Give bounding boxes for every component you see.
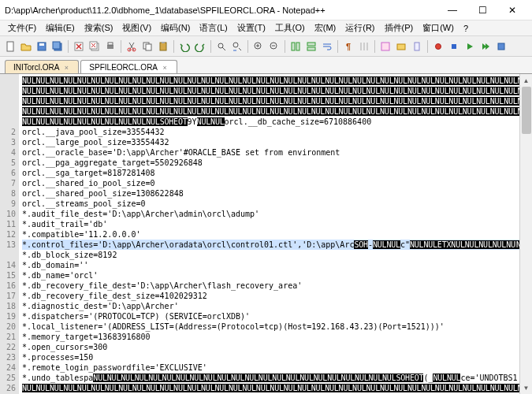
close-all-icon[interactable] (87, 39, 102, 54)
svg-point-17 (233, 43, 238, 47)
tab-close-icon[interactable]: × (161, 64, 169, 72)
svg-point-10 (128, 48, 131, 51)
new-file-icon[interactable] (3, 39, 17, 54)
show-all-chars-icon[interactable]: ¶ (341, 39, 355, 54)
menu-settings[interactable]: 设置(T) (233, 20, 270, 35)
close-button[interactable]: ✕ (497, 2, 527, 19)
redo-icon[interactable] (193, 39, 207, 54)
window-title: D:\app\Archer\product\11.2.0\dbhome_1\da… (5, 6, 437, 15)
sync-v-icon[interactable] (288, 39, 303, 54)
close-file-icon[interactable] (72, 39, 86, 54)
menu-window[interactable]: 窗口(W) (418, 20, 459, 35)
print-icon[interactable] (103, 39, 117, 54)
doc-map-icon[interactable] (410, 39, 424, 54)
tab-bar: INITorcl.ORA × SPFILEORCL.ORA × (0, 57, 532, 74)
line-number-gutter: 2345678910111213141516171819202122232425… (0, 74, 19, 394)
scroll-thumb[interactable] (522, 87, 531, 134)
titlebar: D:\app\Archer\product\11.2.0\dbhome_1\da… (0, 0, 532, 20)
menu-help[interactable]: ? (459, 22, 473, 35)
svg-rect-24 (381, 43, 389, 50)
minimize-button[interactable]: — (437, 2, 467, 19)
svg-rect-4 (53, 42, 60, 49)
paste-icon[interactable] (156, 39, 170, 54)
play-macro-icon[interactable] (463, 39, 477, 54)
zoom-out-icon[interactable] (267, 39, 281, 54)
menu-edit[interactable]: 编辑(E) (41, 20, 80, 35)
menu-plugins[interactable]: 插件(P) (380, 20, 419, 35)
menu-encoding[interactable]: 编码(N) (156, 20, 195, 35)
copy-icon[interactable] (140, 39, 154, 54)
menu-file[interactable]: 文件(F) (3, 20, 41, 35)
menu-view[interactable]: 视图(V) (117, 20, 156, 35)
svg-rect-27 (452, 44, 456, 49)
zoom-in-icon[interactable] (251, 39, 266, 54)
editor-area: 2345678910111213141516171819202122232425… (0, 74, 532, 394)
tab-label: SPFILEORCL.ORA (89, 63, 158, 72)
replace-icon[interactable] (230, 39, 244, 54)
menu-run[interactable]: 运行(R) (340, 20, 379, 35)
toolbar: ¶ (0, 36, 532, 57)
cut-icon[interactable] (125, 39, 139, 54)
window-controls: — ☐ ✕ (437, 2, 527, 19)
svg-rect-15 (162, 42, 165, 43)
stop-macro-icon[interactable] (447, 39, 461, 54)
toolbar-separator (68, 40, 69, 53)
menu-macro[interactable]: 宏(M) (310, 20, 341, 35)
sync-h-icon[interactable] (304, 39, 318, 54)
wrap-icon[interactable] (320, 39, 334, 54)
toolbar-separator (173, 40, 174, 53)
record-macro-icon[interactable] (431, 39, 445, 54)
toolbar-separator (427, 40, 428, 53)
menubar: 文件(F) 编辑(E) 搜索(S) 视图(V) 编码(N) 语言(L) 设置(T… (0, 20, 532, 36)
menu-language[interactable]: 语言(L) (195, 20, 232, 35)
tab-initorcl[interactable]: INITorcl.ORA × (5, 60, 79, 73)
save-macro-icon[interactable] (494, 39, 508, 54)
maximize-button[interactable]: ☐ (467, 2, 497, 19)
menu-tools[interactable]: 工具(O) (270, 20, 310, 35)
tab-label: INITorcl.ORA (13, 63, 59, 72)
text-editor[interactable]: NULNULNULNULNULNULNULNULNULNULNULNULNULN… (19, 74, 519, 394)
undo-icon[interactable] (177, 39, 192, 54)
find-icon[interactable] (214, 39, 229, 54)
svg-rect-21 (296, 43, 299, 50)
svg-point-11 (132, 48, 136, 51)
toolbar-separator (121, 40, 121, 53)
svg-rect-25 (397, 44, 405, 50)
toolbar-separator (210, 40, 211, 53)
svg-rect-8 (107, 45, 113, 49)
folder-view-icon[interactable] (394, 39, 408, 54)
tab-close-icon[interactable]: × (62, 64, 70, 72)
toolbar-separator (247, 40, 248, 53)
svg-rect-23 (307, 47, 315, 50)
save-all-icon[interactable] (50, 39, 65, 54)
svg-rect-0 (7, 42, 13, 51)
svg-rect-13 (146, 44, 151, 50)
toolbar-separator (285, 40, 285, 53)
svg-rect-28 (498, 43, 504, 50)
indent-guide-icon[interactable] (357, 39, 371, 54)
play-multi-icon[interactable] (478, 39, 493, 54)
svg-rect-26 (415, 43, 419, 50)
svg-rect-22 (307, 43, 315, 46)
scroll-down-icon[interactable]: ▼ (522, 383, 531, 392)
open-file-icon[interactable] (19, 39, 33, 54)
svg-rect-9 (108, 43, 113, 45)
menu-search[interactable]: 搜索(S) (80, 20, 118, 35)
svg-rect-14 (160, 43, 166, 50)
func-list-icon[interactable] (378, 39, 392, 54)
svg-rect-2 (39, 43, 44, 46)
vertical-scrollbar[interactable]: ▲ ▼ (519, 74, 532, 394)
tab-spfileorcl[interactable]: SPFILEORCL.ORA × (80, 60, 177, 73)
toolbar-separator (337, 40, 338, 53)
toolbar-separator (374, 40, 375, 53)
save-icon[interactable] (35, 39, 49, 54)
svg-rect-20 (292, 43, 295, 50)
scroll-up-icon[interactable]: ▲ (522, 76, 531, 85)
